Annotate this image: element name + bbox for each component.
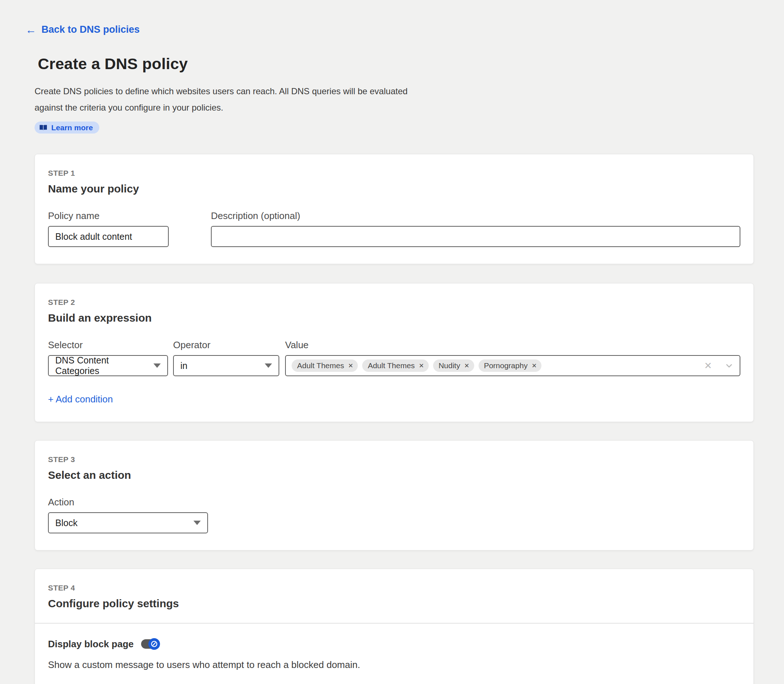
operator-value: in [180,361,187,371]
learn-more-button[interactable]: Learn more [35,121,99,134]
step4-title: Configure policy settings [48,597,741,610]
remove-tag-icon[interactable]: ✕ [419,363,424,369]
policy-name-input[interactable] [48,226,169,247]
step3-title: Select an action [48,469,741,481]
chevron-down-icon[interactable] [724,361,734,370]
value-tag-label: Adult Themes [297,361,344,370]
back-to-dns-policies-link[interactable]: ← Back to DNS policies [26,24,140,35]
description-input[interactable] [211,226,741,247]
step1-title: Name your policy [48,183,741,195]
chevron-down-icon [153,363,161,368]
chevron-down-icon [265,363,272,368]
step3-card: STEP 3 Select an action Action Block [35,440,754,550]
page-title: Create a DNS policy [38,55,784,73]
operator-dropdown[interactable]: in [173,355,279,376]
page-description-line2: against the criteria you configure in yo… [35,99,784,116]
value-tag-label: Pornography [484,361,528,370]
value-tag: Nudity ✕ [433,360,474,372]
selector-dropdown[interactable]: DNS Content Categories [48,355,168,376]
selector-value: DNS Content Categories [55,355,153,376]
step4-label: STEP 4 [48,584,741,592]
back-arrow-icon: ← [26,24,36,35]
selector-label: Selector [48,339,168,351]
value-tag-label: Adult Themes [368,361,415,370]
toggle-status-icon [150,640,158,648]
action-value: Block [55,518,77,528]
action-label: Action [48,497,208,508]
step2-label: STEP 2 [48,298,741,307]
remove-tag-icon[interactable]: ✕ [348,363,353,369]
step1-label: STEP 1 [48,169,741,177]
value-tags: Adult Themes ✕ Adult Themes ✕ [291,360,700,372]
toggle-description: Show a custom message to users who attem… [48,659,741,671]
display-block-page-label: Display block page [48,639,134,650]
value-tag-label: Nudity [439,361,460,370]
value-label: Value [285,339,741,351]
step4-card: STEP 4 Configure policy settings Display… [35,569,754,684]
remove-tag-icon[interactable]: ✕ [464,363,469,369]
step1-card: STEP 1 Name your policy Policy name Desc… [35,154,754,264]
toggle-knob [148,638,160,650]
back-link-label: Back to DNS policies [42,24,140,35]
operator-label: Operator [173,339,279,351]
step2-title: Build an expression [48,312,741,324]
clear-values-icon[interactable]: ✕ [704,361,712,370]
policy-name-label: Policy name [48,210,169,221]
value-tag: Adult Themes ✕ [291,360,358,372]
step3-label: STEP 3 [48,455,741,464]
description-label: Description (optional) [211,210,741,221]
add-condition-link[interactable]: + Add condition [48,394,113,405]
book-icon [39,123,48,132]
action-dropdown[interactable]: Block [48,512,208,533]
value-tag: Adult Themes ✕ [362,360,428,372]
value-multiselect[interactable]: Adult Themes ✕ Adult Themes ✕ [285,355,741,376]
page-description: Create DNS policies to define which webs… [35,83,784,116]
create-dns-policy-page: ← Back to DNS policies Create a DNS poli… [0,0,784,684]
step2-card: STEP 2 Build an expression Selector DNS … [35,283,754,422]
chevron-down-icon [193,521,201,525]
page-description-line1: Create DNS policies to define which webs… [35,83,784,99]
display-block-page-toggle[interactable] [141,638,160,650]
value-tag: Pornography ✕ [478,360,542,372]
learn-more-label: Learn more [51,123,93,132]
remove-tag-icon[interactable]: ✕ [532,363,537,369]
